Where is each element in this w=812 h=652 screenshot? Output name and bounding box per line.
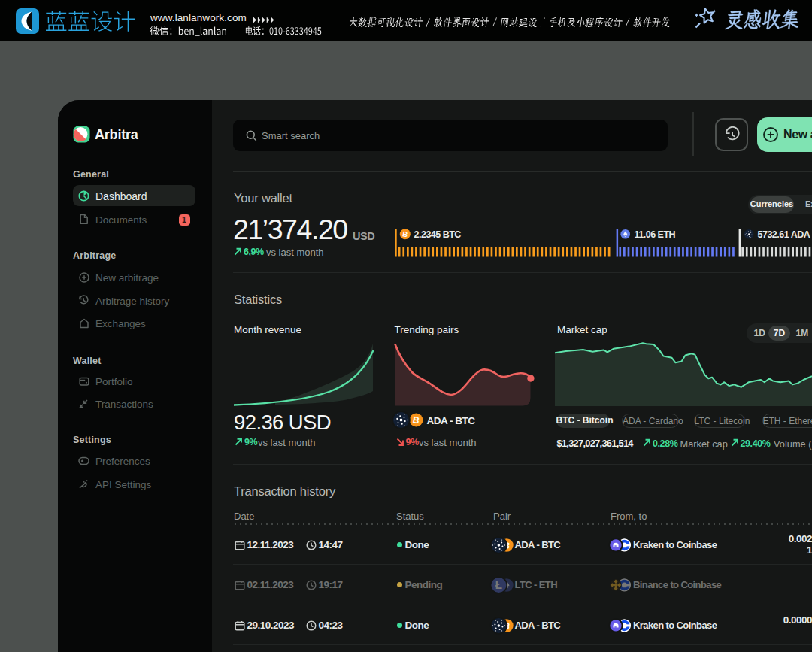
svg-text:Ł: Ł — [495, 578, 502, 591]
